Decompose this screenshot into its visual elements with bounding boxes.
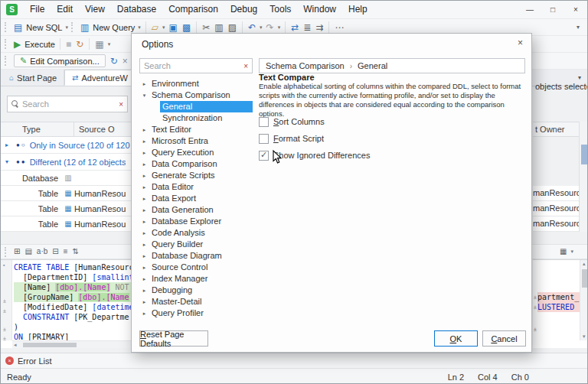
options-search-input[interactable] xyxy=(144,61,240,70)
scrollbar-thumb[interactable] xyxy=(582,269,588,288)
checkbox[interactable] xyxy=(259,117,269,127)
breadcrumb-page[interactable]: General xyxy=(358,61,387,70)
tree-expander-icon[interactable]: ▸ xyxy=(139,196,149,202)
execute-button[interactable]: Execute xyxy=(23,40,57,49)
edit-comparison-button[interactable]: ✎ Edit Comparison... xyxy=(14,54,106,67)
column-header-owner-fragment[interactable]: t Owner xyxy=(533,122,580,137)
ignore-lines-icon[interactable]: ≡ xyxy=(61,244,70,259)
reset-page-defaults-button[interactable]: Reset Page Defaults xyxy=(139,330,208,347)
horizontal-scrollbar[interactable]: ◂ xyxy=(12,340,131,348)
grid-group-row[interactable]: ▸ ●○ Only in Source (120 of 120 xyxy=(1,137,131,154)
new-query-button[interactable]: New Query xyxy=(91,23,136,32)
tree-item[interactable]: ▸ Query Profiler xyxy=(139,308,253,319)
options-search-clear-icon[interactable]: × xyxy=(243,62,248,70)
tree-item[interactable]: ▸ Master-Detail xyxy=(139,296,253,308)
sync-scroll-icon[interactable]: ⇅ xyxy=(70,244,81,259)
error-list-bar[interactable]: Error List xyxy=(1,353,587,368)
word-diff-icon[interactable]: a·b xyxy=(34,244,50,259)
menu-item[interactable]: Tools xyxy=(263,1,297,18)
tree-expander-icon[interactable]: ▸ xyxy=(139,253,149,259)
new-sql-dropdown-icon[interactable]: ▾ xyxy=(64,24,70,31)
tree-item[interactable]: ▾ Schema Comparison xyxy=(139,89,253,101)
execute-options-dropdown-icon[interactable]: ▾ xyxy=(106,41,113,47)
menu-item[interactable]: Window xyxy=(297,1,342,18)
column-header-type[interactable]: Type xyxy=(1,122,74,136)
refresh-comparison-icon[interactable]: ↻ xyxy=(108,54,120,69)
new-query-dropdown-icon[interactable]: ▾ xyxy=(136,24,142,31)
new-sql-icon[interactable]: ▤ xyxy=(11,20,24,35)
tree-expander-icon[interactable]: ▸ xyxy=(139,288,149,294)
close-button[interactable]: × xyxy=(564,1,587,18)
tree-item[interactable]: ▸ Text Editor xyxy=(139,124,253,135)
tree-expander-icon[interactable]: ▸ xyxy=(139,138,149,145)
tree-expander-icon[interactable]: ▸ xyxy=(139,242,149,248)
tree-expander-icon[interactable]: ▸ xyxy=(139,299,149,305)
scrollbar-thumb[interactable] xyxy=(581,145,587,164)
undo-dropdown-icon[interactable]: ▾ xyxy=(258,24,264,31)
tree-item[interactable]: ▸ Data Export xyxy=(139,193,253,204)
grid-row-owner-fragment[interactable]: manResources xyxy=(533,201,580,216)
grid-row[interactable]: Table ▦ HumanResou xyxy=(1,201,131,216)
search-input[interactable] xyxy=(22,99,116,109)
minimize-button[interactable]: — xyxy=(518,1,541,18)
group-expander-icon[interactable]: ▸ xyxy=(5,142,16,148)
checkbox[interactable] xyxy=(259,151,269,161)
tree-item[interactable]: ▸ Environment xyxy=(139,78,253,89)
target-script-editor[interactable]: ± ± ± partment_LUSTERED ▴ ▾ xyxy=(533,259,588,348)
refresh-icon[interactable]: ↻ xyxy=(74,37,86,52)
cancel-button[interactable]: Cancel xyxy=(482,330,526,347)
new-query-icon[interactable]: ▥ xyxy=(78,20,91,35)
checkbox[interactable] xyxy=(259,134,269,144)
tree-expander-icon[interactable]: ▸ xyxy=(139,150,149,156)
menu-item[interactable]: View xyxy=(79,1,111,18)
tree-expander-icon[interactable]: ▸ xyxy=(139,219,149,225)
tree-item[interactable]: General xyxy=(139,101,253,112)
diff-map-icon[interactable]: ⊞ xyxy=(11,244,22,259)
grid-row-owner-fragment[interactable]: manResources xyxy=(533,186,580,201)
tree-item[interactable]: Synchronization xyxy=(139,112,253,124)
script-view-icon[interactable]: ▦ xyxy=(557,244,569,259)
scroll-down-icon[interactable]: ▾ xyxy=(583,334,586,340)
tree-expander-icon[interactable]: ▸ xyxy=(139,230,149,236)
scroll-up-icon[interactable]: ▴ xyxy=(583,261,586,267)
toolbar-overflow-icon[interactable]: ▾ xyxy=(577,24,580,31)
tree-expander-icon[interactable]: ▸ xyxy=(139,173,149,179)
tree-item[interactable]: ▸ Database Explorer xyxy=(139,216,253,227)
scroll-left-icon[interactable]: ◂ xyxy=(14,342,17,348)
tree-expander-icon[interactable]: ▸ xyxy=(139,184,149,190)
scrollbar-thumb[interactable] xyxy=(23,343,77,347)
tree-item[interactable]: ▸ Query Execution xyxy=(139,147,253,158)
tree-item[interactable]: ▸ Code Analysis xyxy=(139,227,253,239)
tree-expander-icon[interactable]: ▸ xyxy=(139,207,149,213)
group-expander-icon[interactable]: ▾ xyxy=(5,158,16,165)
redo-dropdown-icon[interactable]: ▾ xyxy=(276,24,283,31)
results-grid-icon[interactable]: ▦ xyxy=(93,37,106,52)
vertical-scrollbar[interactable]: ▴ ▾ xyxy=(580,260,588,340)
menu-item[interactable]: File xyxy=(24,1,51,18)
search-clear-icon[interactable]: × xyxy=(119,100,123,109)
grid-row-owner-fragment[interactable]: manResources xyxy=(533,216,580,232)
open-file-dropdown-icon[interactable]: ▾ xyxy=(161,24,167,31)
tree-expander-icon[interactable]: ▸ xyxy=(139,311,149,317)
new-sql-button[interactable]: New SQL xyxy=(24,23,64,32)
tree-expander-icon[interactable]: ▸ xyxy=(139,161,149,168)
menu-item[interactable]: Database xyxy=(111,1,162,18)
ok-button[interactable]: OK xyxy=(434,330,478,347)
menu-item[interactable]: Debug xyxy=(224,1,263,18)
script-view-dropdown-icon[interactable]: ▾ xyxy=(569,249,575,255)
tree-expander-icon[interactable]: ▸ xyxy=(139,265,149,271)
stop-icon[interactable]: ■ xyxy=(64,37,74,52)
tree-item[interactable]: ▸ Data Editor xyxy=(139,181,253,193)
document-tab[interactable]: ⇄ AdventureW xyxy=(64,70,136,86)
tree-expander-icon[interactable]: ▸ xyxy=(139,276,149,282)
grid-group-row[interactable]: ▾ ●● Different (12 of 12 objects xyxy=(1,154,131,171)
collapse-regions-icon[interactable]: ⊟ xyxy=(50,244,60,259)
tree-item[interactable]: ▸ Query Builder xyxy=(139,239,253,250)
checkbox-row[interactable]: Format Script xyxy=(259,130,370,147)
dialog-close-icon[interactable]: × xyxy=(518,37,523,48)
maximize-button[interactable]: □ xyxy=(541,1,564,18)
tree-expander-icon[interactable]: ▸ xyxy=(139,81,149,87)
tree-item[interactable]: ▸ Microsoft Entra xyxy=(139,135,253,147)
layout-icon[interactable]: ▤ xyxy=(22,244,34,259)
grid-row[interactable]: Table ▦ HumanResou xyxy=(1,216,131,232)
